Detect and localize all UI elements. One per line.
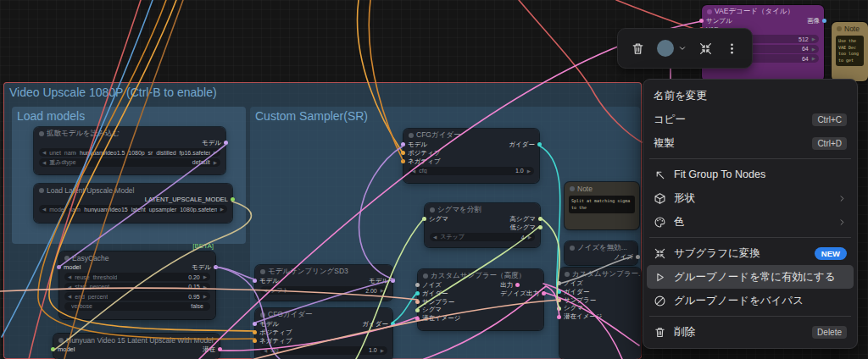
increment-arrow-icon[interactable]: ▶	[214, 160, 217, 165]
increment-arrow-icon[interactable]: ▶	[812, 47, 815, 52]
collapse-dot-icon[interactable]	[570, 246, 575, 251]
input-dot[interactable]	[253, 339, 257, 343]
widget-start_percent[interactable]: ◀start_percent0.15▶	[64, 283, 210, 291]
menu-item[interactable]: 色	[643, 210, 857, 234]
decrement-arrow-icon[interactable]: ◀	[433, 235, 437, 240]
decrement-arrow-icon[interactable]: ◀	[42, 160, 46, 165]
increment-arrow-icon[interactable]: ▶	[812, 36, 815, 41]
input-dot[interactable]	[557, 281, 561, 285]
input-dot[interactable]	[415, 317, 420, 321]
menu-item[interactable]: 形状	[643, 186, 857, 210]
input-dot[interactable]	[401, 151, 405, 155]
input-dot[interactable]	[415, 291, 420, 295]
increment-arrow-icon[interactable]: ▶	[203, 294, 207, 299]
output-slot[interactable]: ガイダー	[509, 141, 539, 149]
increment-arrow-icon[interactable]: ▶	[214, 150, 217, 155]
input-slot[interactable]: ノイズ	[559, 279, 603, 288]
input-slot[interactable]: 潜在イメージ	[418, 314, 461, 323]
decrement-arrow-icon[interactable]: ◀	[42, 150, 46, 155]
input-slot[interactable]: ノイズ	[418, 281, 461, 290]
node-editor-canvas[interactable]: Video Upscale 1080P (Ctrl-B to enable) L…	[0, 0, 868, 359]
increment-arrow-icon[interactable]: ▶	[528, 235, 531, 240]
input-dot[interactable]	[253, 330, 257, 334]
output-slot[interactable]: LATENT_UPSCALE_MODEL	[145, 196, 232, 204]
node-cfg-guider-1[interactable]: CFGガイダーモデルポジティブネガティブガイダー◀cfg1.0▶	[403, 129, 539, 183]
selection-toolbar[interactable]	[617, 28, 753, 69]
collapse-dot-icon[interactable]	[430, 207, 435, 213]
node-color-button[interactable]	[657, 40, 687, 57]
input-dot[interactable]	[557, 298, 561, 302]
node-hunyuan-latent-upscale[interactable]: Hunyuan Video 15 Latent Upscale With Mod…	[53, 334, 220, 359]
node-split-sigmas[interactable]: シグマを分割シグマ高シグマ低シグマ◀ステップ4▶	[425, 203, 540, 247]
collapse-dot-icon[interactable]	[39, 188, 44, 193]
group-title-custom-sampler[interactable]: Custom Sampler(SR)	[250, 107, 640, 125]
output-slot[interactable]: ガイダー	[362, 320, 392, 329]
widget-シフト[interactable]: ◀シフト2.00▶	[260, 286, 387, 295]
input-slot[interactable]: モデル	[255, 320, 292, 329]
input-dot[interactable]	[699, 19, 704, 23]
input-slot[interactable]: ガイダー	[418, 290, 461, 298]
input-dot[interactable]	[557, 315, 561, 319]
input-slot[interactable]: シグマ	[559, 304, 603, 312]
input-dot[interactable]	[415, 308, 420, 312]
increment-arrow-icon[interactable]: ▶	[203, 284, 207, 290]
output-slot[interactable]: モデル	[192, 263, 215, 272]
node-load-diffusion-model[interactable]: 拡散モデルを読み込むモデル◀unet_namehunyuanvideo1.5_1…	[34, 127, 225, 174]
group-title-load-models[interactable]: Load models	[12, 107, 246, 125]
output-slot[interactable]: 潜在	[203, 345, 220, 354]
collapse-dot-icon[interactable]	[64, 256, 70, 261]
collapse-dot-icon[interactable]	[837, 26, 842, 31]
more-options-button[interactable]	[725, 41, 739, 56]
input-slot[interactable]: シグマ	[418, 306, 461, 314]
output-slot[interactable]: デノイズ出力	[500, 290, 543, 298]
widget-end_percent[interactable]: ◀end_percent0.95▶	[64, 292, 210, 301]
output-slot[interactable]: 低シグマ	[509, 224, 540, 232]
collapse-dot-icon[interactable]	[260, 269, 265, 274]
collapse-button[interactable]	[698, 41, 713, 56]
increment-arrow-icon[interactable]: ▶	[527, 168, 531, 174]
increment-arrow-icon[interactable]: ▶	[220, 207, 224, 212]
menu-item[interactable]: 削除Delete	[643, 320, 857, 344]
node-sampler-custom-advanced[interactable]: カスタムサンプラー（高度）ノイズガイダーサンプラーシグマ潜在イメージ出力デノイズ…	[418, 269, 543, 330]
input-dot[interactable]	[557, 307, 561, 311]
menu-item[interactable]: サブグラフに変換NEW	[643, 241, 857, 265]
collapse-dot-icon[interactable]	[707, 9, 712, 14]
collapse-dot-icon[interactable]	[423, 273, 428, 279]
menu-item[interactable]: 名前を変更	[643, 84, 857, 108]
input-dot[interactable]	[415, 300, 420, 304]
input-slot[interactable]: model	[59, 263, 81, 272]
collapse-dot-icon[interactable]	[260, 312, 265, 318]
decrement-arrow-icon[interactable]: ◀	[264, 288, 267, 293]
input-slot[interactable]: サンプル	[702, 17, 732, 25]
widget-重みdtype[interactable]: ◀重みdtypedefault▶	[39, 158, 220, 167]
menu-item[interactable]: グループノードをバイパス	[643, 289, 857, 312]
input-dot[interactable]	[557, 290, 561, 294]
input-slot[interactable]: シグマ	[425, 215, 448, 224]
menu-item[interactable]: コピーCtrl+C	[643, 108, 857, 131]
node-cfg-guider-2[interactable]: CFGガイダーモデルポジティブネガティブガイダー◀cfg1.0▶	[255, 308, 392, 359]
input-slot[interactable]: モデル	[403, 141, 440, 149]
delete-button[interactable]	[631, 41, 645, 56]
input-dot[interactable]	[253, 322, 257, 326]
decrement-arrow-icon[interactable]: ◀	[68, 284, 71, 290]
input-dot[interactable]	[51, 347, 55, 351]
widget-unet_name[interactable]: ◀unet_namehunyuanvideo1.5_1080p_sr_disti…	[39, 148, 220, 157]
widget-cfg[interactable]: ◀cfg1.0▶	[260, 346, 387, 355]
collapse-dot-icon[interactable]	[565, 272, 570, 277]
widget-cfg[interactable]: ◀cfg1.0▶	[409, 167, 534, 175]
group-title-video-upscale[interactable]: Video Upscale 1080P (Ctrl-B to enable)	[4, 83, 641, 102]
output-slot[interactable]: 高シグマ	[509, 215, 540, 224]
node-load-latent-upscale-model[interactable]: Load Latent Upscale ModelLATENT_UPSCALE_…	[34, 184, 232, 223]
input-slot[interactable]: サンプラー	[559, 296, 603, 305]
decrement-arrow-icon[interactable]: ◀	[68, 274, 71, 279]
increment-arrow-icon[interactable]: ▶	[381, 348, 384, 353]
widget-reuse_threshold[interactable]: ◀reuse_threshold0.20▶	[64, 273, 210, 281]
collapse-dot-icon[interactable]	[409, 133, 414, 138]
input-slot[interactable]: ガイダー	[559, 288, 603, 296]
input-dot[interactable]	[401, 159, 405, 163]
input-slot[interactable]: ポジティブ	[255, 329, 292, 337]
node-disable-noise[interactable]: ノイズを無効...ノイズ	[565, 241, 637, 265]
menu-item[interactable]: Fit Group To Nodes	[643, 163, 857, 186]
output-slot[interactable]: モデル	[369, 277, 392, 285]
decrement-arrow-icon[interactable]: ◀	[264, 348, 267, 353]
